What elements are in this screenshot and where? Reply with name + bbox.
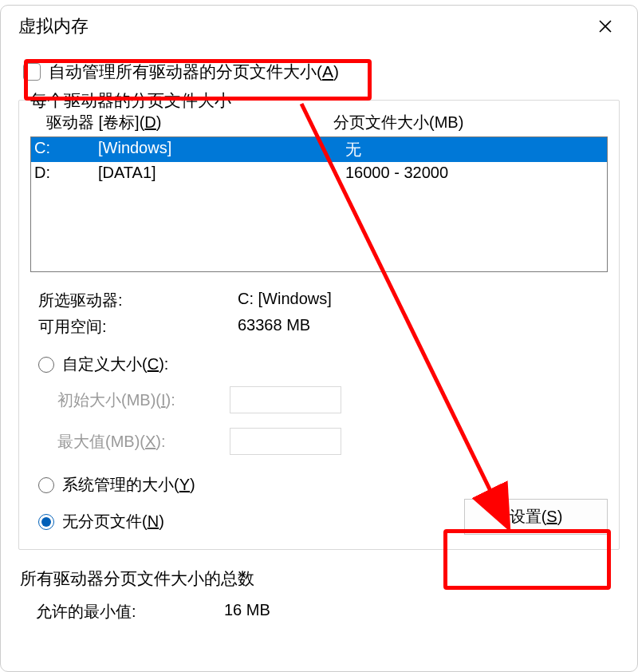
free-space-label: 可用空间:	[38, 316, 238, 338]
free-space-value: 63368 MB	[238, 316, 608, 338]
close-button[interactable]	[588, 14, 623, 39]
drive-size: 无	[345, 139, 607, 160]
maximum-size-row: 最大值(MB)(X):	[30, 428, 608, 455]
virtual-memory-dialog: 虚拟内存 自动管理所有驱动器的分页文件大小(A) 每个驱动器的分页文件大小 驱动…	[0, 5, 638, 672]
drive-letter: D:	[34, 164, 98, 182]
drive-label: [Windows]	[98, 139, 345, 160]
totals-min-value: 16 MB	[224, 601, 620, 623]
auto-manage-row[interactable]: 自动管理所有驱动器的分页文件大小(A)	[18, 57, 345, 87]
drive-letter: C:	[34, 139, 98, 160]
drive-size: 16000 - 32000	[345, 164, 607, 182]
header-size: 分页文件大小(MB)	[333, 112, 605, 133]
totals-min-label: 允许的最小值:	[36, 601, 224, 623]
selected-drive-label: 所选驱动器:	[38, 290, 238, 311]
drive-row-d[interactable]: D: [DATA1] 16000 - 32000	[31, 162, 607, 184]
custom-size-label: 自定义大小(C):	[62, 354, 168, 375]
drive-label: [DATA1]	[98, 164, 345, 182]
initial-size-row: 初始大小(MB)(I):	[30, 386, 608, 413]
custom-size-radio[interactable]	[38, 357, 54, 373]
selected-drive-value: C: [Windows]	[238, 290, 608, 311]
maximum-size-label: 最大值(MB)(X):	[57, 431, 230, 453]
totals-title: 所有驱动器分页文件大小的总数	[20, 567, 620, 590]
totals-min-row: 允许的最小值: 16 MB	[18, 601, 620, 623]
system-managed-label: 系统管理的大小(Y)	[62, 474, 195, 496]
auto-manage-checkbox[interactable]	[23, 63, 41, 81]
initial-size-input[interactable]	[230, 386, 341, 413]
selected-drive-info: 所选驱动器: C: [Windows] 可用空间: 63368 MB	[30, 290, 608, 338]
set-button[interactable]: 设置(S)	[464, 499, 608, 535]
no-paging-radio-row[interactable]: 无分页文件(N)	[30, 511, 464, 532]
system-managed-radio[interactable]	[38, 477, 54, 493]
drive-list[interactable]: C: [Windows] 无 D: [DATA1] 16000 - 32000	[30, 136, 608, 272]
maximum-size-input[interactable]	[230, 428, 341, 455]
dialog-title: 虚拟内存	[18, 14, 89, 38]
titlebar: 虚拟内存	[1, 6, 637, 44]
initial-size-label: 初始大小(MB)(I):	[57, 389, 230, 411]
drive-row-c[interactable]: C: [Windows] 无	[31, 137, 607, 162]
auto-manage-label: 自动管理所有驱动器的分页文件大小(A)	[47, 60, 341, 84]
per-drive-title: 每个驱动器的分页文件大小	[27, 89, 234, 112]
custom-size-radio-row[interactable]: 自定义大小(C):	[30, 354, 608, 375]
header-drive: 驱动器 [卷标](D)	[46, 112, 333, 133]
per-drive-group: 每个驱动器的分页文件大小 驱动器 [卷标](D) 分页文件大小(MB) C: […	[18, 100, 620, 550]
close-icon	[598, 19, 612, 34]
no-paging-label: 无分页文件(N)	[62, 511, 164, 532]
no-paging-radio[interactable]	[38, 514, 54, 530]
system-managed-radio-row[interactable]: 系统管理的大小(Y)	[30, 474, 608, 496]
dialog-content: 自动管理所有驱动器的分页文件大小(A) 每个驱动器的分页文件大小 驱动器 [卷标…	[1, 44, 637, 623]
